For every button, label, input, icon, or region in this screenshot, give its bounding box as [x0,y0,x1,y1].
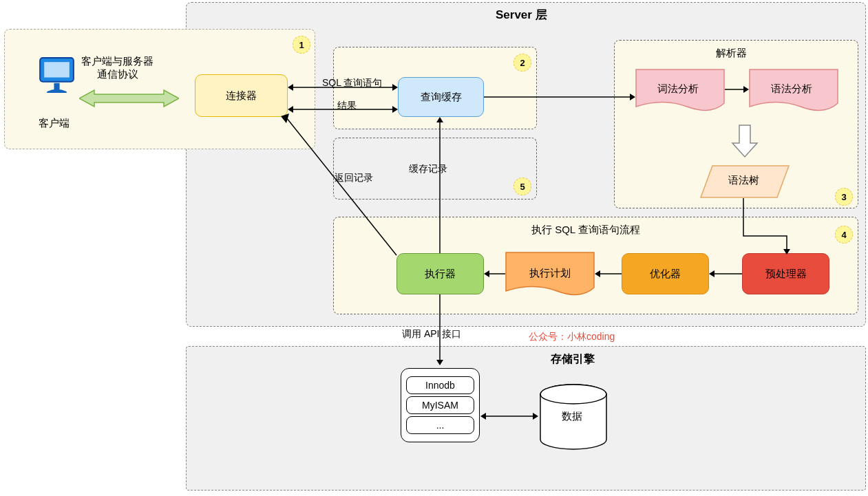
num-4: 4 [835,226,853,244]
svg-marker-15 [630,94,635,100]
plan-label: 执行计划 [529,267,571,280]
lex-to-syntax-arrow [725,85,749,94]
svg-marker-31 [480,413,486,420]
svg-marker-30 [533,413,538,420]
preproc-to-opt-arrow [709,269,742,279]
syntax-down-arrow [731,124,759,158]
num-3: 3 [835,188,853,206]
executor-box: 执行器 [396,253,484,294]
svg-marker-3 [79,90,179,107]
svg-marker-22 [484,270,489,277]
svg-marker-26 [281,114,289,123]
result-label: 结果 [337,100,357,112]
syntax-tree-label: 语法树 [728,174,759,187]
svg-marker-5 [743,86,749,93]
engine-myisam: MyISAM [406,396,474,414]
client-monitor-icon [34,52,79,97]
client-server-arrow [79,88,179,109]
svg-rect-1 [44,62,70,77]
syntax-label: 语法分析 [771,83,812,96]
server-layer-title: Server 层 [496,7,547,23]
engine-more: ... [406,416,474,434]
return-record-label: 返回记录 [335,172,373,184]
svg-marker-10 [288,84,293,91]
group4-title: 执行 SQL 查询语句流程 [531,224,640,237]
cache-to-parser-arrow [484,92,635,102]
tree-to-preproc-arrow [740,198,795,255]
credit-label: 公众号：小林coding [529,331,615,343]
svg-marker-20 [595,270,600,277]
num-5: 5 [514,177,531,195]
preprocessor-box: 预处理器 [742,253,829,294]
exec-to-cache-arrow [435,117,445,253]
engine-to-data-arrow [480,411,538,421]
svg-marker-9 [392,84,398,91]
plan-to-exec-arrow [484,269,505,279]
opt-to-plan-arrow [595,269,622,279]
engine-container: Innodb MyISAM ... [401,368,480,442]
cache-record-label: 缓存记录 [409,163,447,175]
query-cache-box: 查询缓存 [398,77,484,117]
svg-marker-28 [436,360,443,365]
svg-marker-6 [732,125,757,157]
lexical-label: 词法分析 [657,83,699,96]
num-2: 2 [514,54,531,72]
svg-line-25 [286,118,396,255]
svg-marker-12 [392,106,398,113]
data-label: 数据 [562,410,582,423]
connector-box: 连接器 [195,74,288,117]
sql-query-label: SQL 查询语句 [322,77,382,89]
svg-rect-2 [54,83,59,90]
client-protocol-label: 客户端与服务器 通信协议 [81,55,154,81]
svg-marker-13 [288,106,293,113]
api-label: 调用 API 接口 [402,328,461,341]
storage-title: 存储引擎 [551,352,595,367]
optimizer-box: 优化器 [622,253,709,294]
svg-marker-24 [436,117,443,122]
exec-to-conn-arrow [281,114,399,258]
engine-innodb: Innodb [406,376,474,394]
num-1: 1 [293,36,310,54]
svg-point-33 [540,385,606,404]
client-label: 客户端 [39,117,70,130]
svg-marker-18 [709,270,714,277]
parser-title: 解析器 [716,47,747,60]
svg-marker-16 [783,249,790,255]
